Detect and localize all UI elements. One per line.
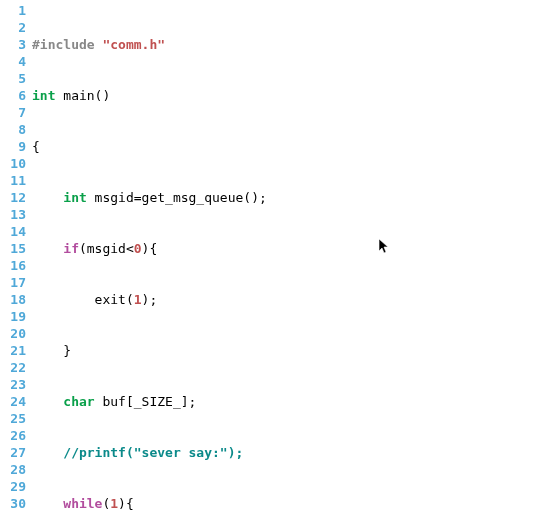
line-number: 15 [0, 240, 26, 257]
code-line[interactable]: while(1){ [32, 495, 560, 512]
line-number: 22 [0, 359, 26, 376]
line-number: 6 [0, 87, 26, 104]
code-line[interactable]: #include "comm.h" [32, 36, 560, 53]
line-number: 14 [0, 223, 26, 240]
line-number: 8 [0, 121, 26, 138]
line-number: 3 [0, 36, 26, 53]
line-number: 16 [0, 257, 26, 274]
code-line[interactable]: int msgid=get_msg_queue(); [32, 189, 560, 206]
code-area[interactable]: #include "comm.h" int main() { int msgid… [32, 2, 560, 515]
code-line[interactable]: if(msgid<0){ [32, 240, 560, 257]
line-number: 12 [0, 189, 26, 206]
line-number-gutter: 1 2 3 4 5 6 7 8 9 10 11 12 13 14 15 16 1… [0, 2, 32, 515]
line-number: 23 [0, 376, 26, 393]
line-number: 30 [0, 495, 26, 512]
line-number: 13 [0, 206, 26, 223]
line-number: 28 [0, 461, 26, 478]
line-number: 24 [0, 393, 26, 410]
code-editor[interactable]: 1 2 3 4 5 6 7 8 9 10 11 12 13 14 15 16 1… [0, 0, 560, 515]
line-number: 9 [0, 138, 26, 155]
line-number: 26 [0, 427, 26, 444]
line-number: 19 [0, 308, 26, 325]
line-number: 21 [0, 342, 26, 359]
code-line[interactable]: { [32, 138, 560, 155]
line-number: 1 [0, 2, 26, 19]
code-line[interactable]: } [32, 342, 560, 359]
code-line[interactable]: int main() [32, 87, 560, 104]
line-number: 20 [0, 325, 26, 342]
line-number: 11 [0, 172, 26, 189]
line-number: 18 [0, 291, 26, 308]
line-number: 29 [0, 478, 26, 495]
code-line[interactable]: //printf("sever say:"); [32, 444, 560, 461]
line-number: 5 [0, 70, 26, 87]
line-number: 27 [0, 444, 26, 461]
line-number: 25 [0, 410, 26, 427]
line-number: 2 [0, 19, 26, 36]
line-number: 7 [0, 104, 26, 121]
code-line[interactable]: char buf[_SIZE_]; [32, 393, 560, 410]
line-number: 4 [0, 53, 26, 70]
code-line[interactable]: exit(1); [32, 291, 560, 308]
line-number: 10 [0, 155, 26, 172]
line-number: 17 [0, 274, 26, 291]
